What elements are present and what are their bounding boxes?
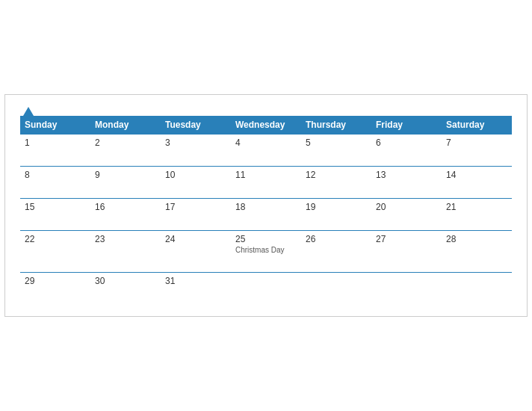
day-number: 20 — [376, 202, 437, 212]
day-number: 14 — [446, 170, 507, 180]
calendar-day-cell: 8 — [20, 167, 90, 199]
calendar-week-row: 293031 — [20, 273, 512, 305]
calendar-day-cell: 29 — [20, 273, 90, 305]
calendar-day-cell: 13 — [371, 167, 442, 199]
calendar-day-cell — [231, 273, 301, 305]
day-number: 5 — [306, 137, 367, 148]
calendar-day-cell: 23 — [90, 231, 161, 273]
calendar-day-cell: 22 — [20, 231, 90, 273]
calendar-day-cell: 28 — [442, 231, 512, 273]
weekday-header: Saturday — [442, 116, 512, 135]
calendar-day-cell: 1 — [20, 135, 90, 167]
calendar-day-cell: 26 — [301, 231, 371, 273]
calendar-week-row: 15161718192021 — [20, 199, 512, 231]
weekday-header: Tuesday — [161, 116, 231, 135]
calendar-day-cell: 14 — [442, 167, 512, 199]
day-number: 16 — [95, 202, 156, 212]
weekday-header: Friday — [371, 116, 442, 135]
day-number: 15 — [25, 202, 86, 212]
calendar-day-cell: 4 — [231, 135, 301, 167]
weekday-header: Monday — [90, 116, 161, 135]
calendar-day-cell: 6 — [371, 135, 442, 167]
calendar-day-cell: 5 — [301, 135, 371, 167]
calendar-container: SundayMondayTuesdayWednesdayThursdayFrid… — [4, 94, 528, 317]
day-number: 18 — [235, 202, 297, 212]
day-number: 7 — [446, 137, 507, 148]
logo-blue-text — [20, 107, 34, 116]
day-number: 25 — [235, 234, 297, 244]
day-number: 12 — [306, 170, 367, 180]
weekday-header: Wednesday — [231, 116, 301, 135]
day-number: 6 — [376, 137, 437, 148]
holiday-label: Christmas Day — [235, 246, 297, 254]
calendar-day-cell: 2 — [90, 135, 161, 167]
calendar-body: 1234567891011121314151617181920212223242… — [20, 135, 512, 305]
calendar-week-row: 891011121314 — [20, 167, 512, 199]
calendar-day-cell: 20 — [371, 199, 442, 231]
day-number: 31 — [165, 276, 226, 286]
calendar-day-cell: 9 — [90, 167, 161, 199]
day-number: 28 — [446, 234, 507, 244]
day-number: 9 — [95, 170, 156, 180]
day-number: 13 — [376, 170, 437, 180]
calendar-week-row: 1234567 — [20, 135, 512, 167]
weekday-header: Thursday — [301, 116, 371, 135]
calendar-day-cell: 7 — [442, 135, 512, 167]
calendar-week-row: 22232425Christmas Day262728 — [20, 231, 512, 273]
calendar-day-cell: 21 — [442, 199, 512, 231]
calendar-day-cell: 31 — [161, 273, 231, 305]
day-number: 29 — [25, 276, 86, 286]
day-number: 17 — [165, 202, 226, 212]
calendar-day-cell: 19 — [301, 199, 371, 231]
calendar-day-cell — [442, 273, 512, 305]
calendar-day-cell: 27 — [371, 231, 442, 273]
day-number: 27 — [376, 234, 437, 244]
day-number: 24 — [165, 234, 226, 244]
calendar-day-cell: 15 — [20, 199, 90, 231]
calendar-day-cell: 24 — [161, 231, 231, 273]
day-number: 2 — [95, 137, 156, 148]
day-number: 26 — [306, 234, 367, 244]
calendar-header-row: SundayMondayTuesdayWednesdayThursdayFrid… — [20, 116, 512, 135]
calendar-day-cell: 10 — [161, 167, 231, 199]
day-number: 1 — [25, 137, 86, 148]
calendar-table: SundayMondayTuesdayWednesdayThursdayFrid… — [20, 116, 512, 304]
calendar-day-cell: 12 — [301, 167, 371, 199]
logo-triangle-icon — [23, 107, 34, 116]
calendar-day-cell: 25Christmas Day — [231, 231, 301, 273]
calendar-day-cell — [371, 273, 442, 305]
calendar-day-cell: 3 — [161, 135, 231, 167]
calendar-day-cell: 30 — [90, 273, 161, 305]
day-number: 10 — [165, 170, 226, 180]
calendar-day-cell: 11 — [231, 167, 301, 199]
day-number: 22 — [25, 234, 86, 244]
day-number: 4 — [235, 137, 297, 148]
day-number: 11 — [235, 170, 297, 180]
day-number: 3 — [165, 137, 226, 148]
weekday-header: Sunday — [20, 116, 90, 135]
day-number: 21 — [446, 202, 507, 212]
calendar-day-cell — [301, 273, 371, 305]
calendar-day-cell: 17 — [161, 199, 231, 231]
logo — [20, 107, 34, 116]
day-number: 23 — [95, 234, 156, 244]
calendar-day-cell: 16 — [90, 199, 161, 231]
day-number: 8 — [25, 170, 86, 180]
day-number: 30 — [95, 276, 156, 286]
calendar-day-cell: 18 — [231, 199, 301, 231]
day-number: 19 — [306, 202, 367, 212]
